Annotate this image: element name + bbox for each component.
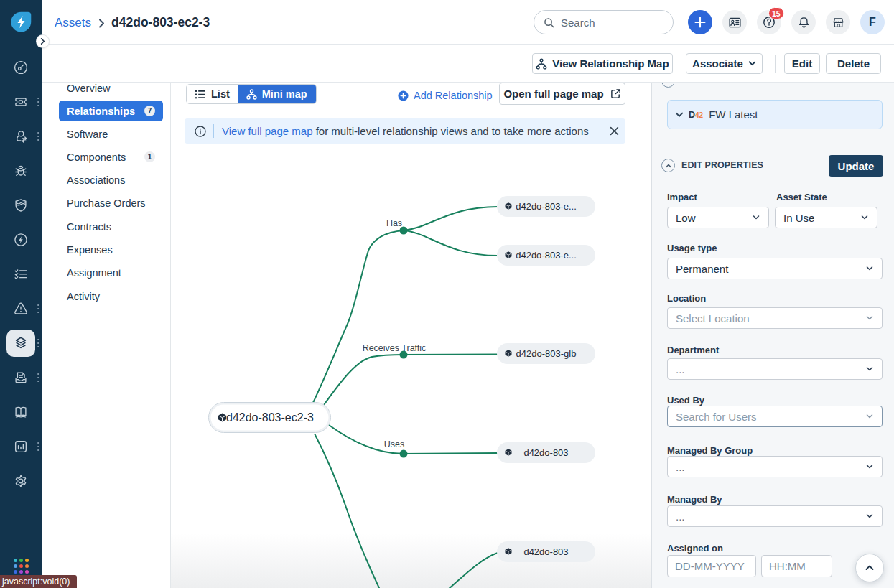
svg-text:Receives Traffic: Receives Traffic: [363, 343, 427, 353]
svg-text:Uses: Uses: [384, 439, 404, 449]
svg-text:Has: Has: [386, 218, 402, 228]
